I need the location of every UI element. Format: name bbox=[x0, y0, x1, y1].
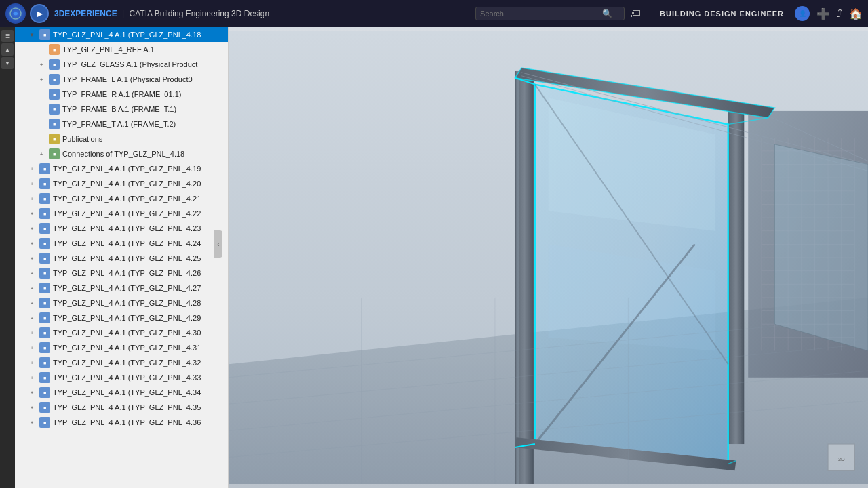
tree-item[interactable]: + ■ TYP_GLZ_PNL_4 A.1 (TYP_GLZ_PNL_4.24 bbox=[15, 236, 228, 251]
tree-item[interactable]: + ■ TYP_GLZ_PNL_4 A.1 (TYP_GLZ_PNL_4.32 bbox=[15, 355, 228, 370]
tree-item[interactable]: + ■ TYP_GLZ_PNL_4 A.1 (TYP_GLZ_PNL_4.34 bbox=[15, 385, 228, 400]
expand-icon[interactable] bbox=[37, 119, 46, 129]
expand-icon[interactable] bbox=[37, 45, 46, 54]
tree-item[interactable]: + ■ TYP_GLZ_PNL_4 A.1 (TYP_GLZ_PNL_4.23 bbox=[15, 221, 228, 236]
tree-item[interactable]: + ■ TYP_GLZ_PNL_4 A.1 (TYP_GLZ_PNL_4.21 bbox=[15, 191, 228, 206]
scene-svg: 3D bbox=[229, 27, 868, 488]
expand-icon[interactable]: + bbox=[37, 75, 46, 84]
tree-item[interactable]: + ■ TYP_GLZ_PNL_4 A.1 (TYP_GLZ_PNL_4.33 bbox=[15, 370, 228, 385]
item-icon: ■ bbox=[49, 59, 60, 70]
strip-down[interactable]: ▼ bbox=[1, 57, 14, 69]
item-label: TYP_GLZ_PNL_4 A.1 (TYP_GLZ_PNL_4.19 bbox=[53, 165, 225, 173]
item-icon: ■ bbox=[39, 238, 50, 249]
expand-icon[interactable]: + bbox=[27, 268, 37, 278]
expand-icon[interactable]: + bbox=[27, 224, 37, 233]
add-button[interactable]: ➕ bbox=[816, 7, 830, 20]
expand-icon[interactable]: + bbox=[27, 253, 37, 263]
item-icon: ■ bbox=[49, 89, 60, 100]
strip-menu[interactable]: ☰ bbox=[1, 30, 14, 42]
expand-icon[interactable]: + bbox=[27, 179, 37, 188]
play-button[interactable]: ▶ bbox=[30, 4, 49, 23]
item-icon: ■ bbox=[39, 372, 50, 383]
item-icon: ■ bbox=[39, 268, 50, 279]
expand-icon[interactable] bbox=[37, 134, 46, 144]
expand-icon[interactable]: + bbox=[27, 283, 37, 293]
tree-item[interactable]: + ■ TYP_GLZ_PNL_4 A.1 (TYP_GLZ_PNL_4.22 bbox=[15, 206, 228, 221]
item-label: TYP_GLZ_PNL_4 A.1 (TYP_GLZ_PNL_4.34 bbox=[53, 388, 225, 396]
search-bar[interactable]: 🔍 bbox=[475, 7, 625, 20]
item-label: TYP_GLZ_PNL_4 A.1 (TYP_GLZ_PNL_4.33 bbox=[53, 373, 225, 382]
item-icon: ■ bbox=[39, 387, 50, 398]
tree-item[interactable]: + ■ TYP_GLZ_PNL_4 A.1 (TYP_GLZ_PNL_4.30 bbox=[15, 325, 228, 340]
tree-item[interactable]: + ■ TYP_GLZ_PNL_4 A.1 (TYP_GLZ_PNL_4.20 bbox=[15, 176, 228, 191]
panel-collapse-handle[interactable]: ‹ bbox=[214, 230, 222, 258]
item-icon: ■ bbox=[49, 44, 60, 55]
share-button[interactable]: ⤴ bbox=[837, 7, 842, 20]
tree-item[interactable]: + ■ TYP_FRAME_L A.1 (Physical Product0 bbox=[15, 72, 228, 87]
expand-icon[interactable]: + bbox=[27, 239, 37, 248]
tree-item[interactable]: + ■ TYP_GLZ_PNL_4 A.1 (TYP_GLZ_PNL_4.36 bbox=[15, 415, 228, 430]
expand-icon[interactable]: + bbox=[27, 313, 37, 323]
item-label: TYP_GLZ_PNL_4 A.1 (TYP_GLZ_PNL_4.20 bbox=[53, 180, 225, 188]
tree-item[interactable]: + ■ TYP_GLZ_PNL_4 A.1 (TYP_GLZ_PNL_4.35 bbox=[15, 400, 228, 415]
expand-icon[interactable] bbox=[37, 89, 46, 99]
tree-item[interactable]: ■ TYP_FRAME_R A.1 (FRAME_01.1) bbox=[15, 87, 228, 102]
item-label: TYP_GLZ_PNL_4 A.1 (TYP_GLZ_PNL_4.27 bbox=[53, 284, 225, 292]
logo-area: ▶ bbox=[5, 3, 49, 24]
svg-marker-44 bbox=[774, 144, 868, 351]
scene-background: 3D bbox=[229, 27, 868, 488]
tree-item[interactable]: + ■ TYP_GLZ_PNL_4 A.1 (TYP_GLZ_PNL_4.28 bbox=[15, 296, 228, 310]
tree-item[interactable]: ■ TYP_FRAME_T A.1 (FRAME_T.2) bbox=[15, 117, 228, 131]
tag-icon[interactable]: 🏷 bbox=[630, 7, 641, 20]
expand-icon[interactable]: + bbox=[27, 343, 37, 352]
item-icon: ■ bbox=[49, 148, 60, 159]
expand-icon[interactable]: + bbox=[27, 403, 37, 412]
tree-item[interactable]: + ■ TYP_GLZ_PNL_4 A.1 (TYP_GLZ_PNL_4.19 bbox=[15, 161, 228, 176]
tree-item[interactable]: + ■ TYP_GLZ_PNL_4 A.1 (TYP_GLZ_PNL_4.25 bbox=[15, 251, 228, 266]
tree-item[interactable]: ■ Publications bbox=[15, 131, 228, 146]
left-strip: ☰ ▲ ▼ bbox=[0, 27, 15, 488]
tree-item[interactable]: + ■ TYP_GLZ_PNL_4 A.1 (TYP_GLZ_PNL_4.29 bbox=[15, 310, 228, 325]
strip-up[interactable]: ▲ bbox=[1, 43, 14, 56]
item-label: TYP_GLZ_PNL_4 A.1 (TYP_GLZ_PNL_4.18 bbox=[53, 30, 225, 39]
expand-icon[interactable] bbox=[37, 104, 46, 114]
tree-item[interactable]: ▼ ■ TYP_GLZ_PNL_4 A.1 (TYP_GLZ_PNL_4.18 bbox=[15, 27, 228, 42]
item-icon: ■ bbox=[39, 298, 50, 308]
expand-icon[interactable]: + bbox=[27, 388, 37, 397]
tree-item[interactable]: + ■ TYP_GLZ_PNL_4 A.1 (TYP_GLZ_PNL_4.27 bbox=[15, 281, 228, 296]
search-input[interactable] bbox=[480, 9, 602, 18]
tree-item[interactable]: ■ TYP_GLZ_PNL_4_REF A.1 bbox=[15, 42, 228, 57]
3d-viewport[interactable]: 3D bbox=[229, 27, 868, 488]
search-icon: 🔍 bbox=[602, 9, 612, 18]
svg-text:3D: 3D bbox=[838, 456, 845, 462]
tree-item[interactable]: ■ TYP_FRAME_B A.1 (FRAME_T.1) bbox=[15, 102, 228, 117]
expand-icon[interactable]: + bbox=[27, 358, 37, 367]
item-icon: ■ bbox=[39, 327, 50, 338]
expand-icon[interactable]: + bbox=[27, 164, 37, 174]
tree-item[interactable]: + ■ Connections of TYP_GLZ_PNL_4.18 bbox=[15, 146, 228, 161]
item-icon: ■ bbox=[39, 193, 50, 204]
item-label: TYP_GLZ_PNL_4 A.1 (TYP_GLZ_PNL_4.35 bbox=[53, 403, 225, 411]
item-label: TYP_GLZ_PNL_4 A.1 (TYP_GLZ_PNL_4.28 bbox=[53, 299, 225, 307]
expand-icon[interactable]: + bbox=[27, 298, 37, 308]
expand-icon[interactable]: + bbox=[27, 209, 37, 218]
item-icon: ■ bbox=[39, 402, 50, 413]
item-label: TYP_GLZ_PNL_4 A.1 (TYP_GLZ_PNL_4.23 bbox=[53, 224, 225, 232]
expand-icon[interactable]: ▼ bbox=[27, 30, 37, 39]
expand-icon[interactable]: + bbox=[37, 60, 46, 69]
user-badge[interactable]: 👤 bbox=[795, 6, 810, 21]
expand-icon[interactable]: + bbox=[27, 194, 37, 203]
item-label: TYP_GLZ_PNL_4_REF A.1 bbox=[62, 45, 225, 54]
expand-icon[interactable]: + bbox=[37, 149, 46, 159]
tree-item[interactable]: + ■ TYP_GLZ_PNL_4 A.1 (TYP_GLZ_PNL_4.31 bbox=[15, 340, 228, 355]
tree-item[interactable]: + ■ TYP_GLZ_GLASS A.1 (Physical Product bbox=[15, 57, 228, 72]
home-button[interactable]: 🏠 bbox=[849, 7, 863, 20]
item-icon: ■ bbox=[49, 104, 60, 115]
expand-icon[interactable]: + bbox=[27, 373, 37, 382]
expand-icon[interactable]: + bbox=[27, 328, 37, 338]
expand-icon[interactable]: + bbox=[27, 418, 37, 427]
item-label: TYP_GLZ_PNL_4 A.1 (TYP_GLZ_PNL_4.29 bbox=[53, 314, 225, 322]
tree-item[interactable]: + ■ TYP_GLZ_PNL_4 A.1 (TYP_GLZ_PNL_4.26 bbox=[15, 266, 228, 281]
svg-rect-28 bbox=[516, 71, 519, 484]
item-icon: ■ bbox=[49, 134, 60, 144]
